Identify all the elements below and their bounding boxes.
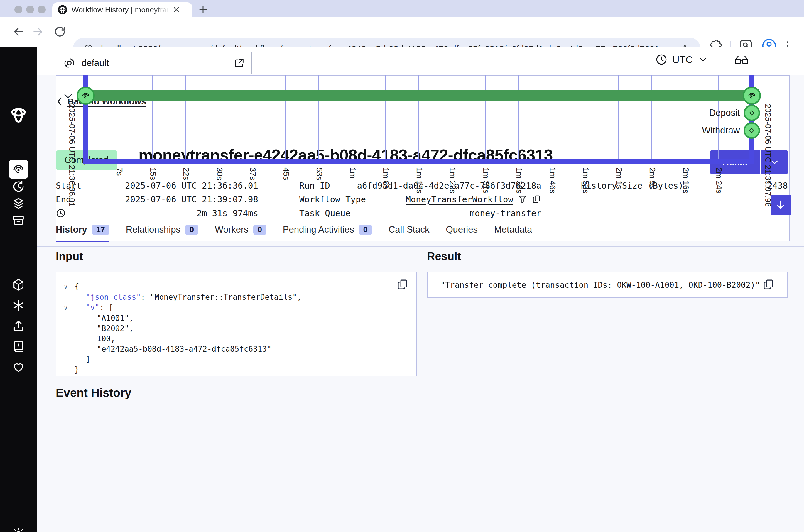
temporal-logo-icon[interactable] <box>9 104 28 123</box>
back-icon[interactable] <box>11 25 25 39</box>
sidebar-item-schedules[interactable] <box>12 180 25 193</box>
sidebar-item-docs[interactable] <box>12 340 25 353</box>
tab-close-icon[interactable] <box>172 6 180 14</box>
meta-label: History Size (Bytes) <box>581 180 684 191</box>
workflow-started-marker[interactable] <box>77 87 95 105</box>
sidebar-item-workflows[interactable] <box>9 159 28 179</box>
sidebar-item-nexus[interactable] <box>12 299 25 312</box>
tab-queries[interactable]: Queries <box>446 224 478 241</box>
namespace-selector[interactable]: default <box>56 52 252 74</box>
tick-label: 1m 46s <box>548 168 557 193</box>
meta-label: Run ID <box>299 180 330 191</box>
activity-marker-withdraw[interactable] <box>744 122 760 139</box>
tick-label: 1m 8s <box>381 168 390 189</box>
favicon-temporal-icon <box>57 5 68 15</box>
window-zoom-button[interactable] <box>38 5 46 14</box>
sidebar-item-archive[interactable] <box>12 213 25 227</box>
gridline <box>618 75 619 159</box>
tick-label: 15s <box>148 168 157 180</box>
sidebar-item-batch-operations[interactable] <box>12 197 25 210</box>
collapse-chevron-icon[interactable]: ∨ <box>64 281 75 292</box>
copy-icon[interactable] <box>532 195 541 204</box>
json-line: "B2002", <box>64 323 409 334</box>
tab-count-badge: 0 <box>359 225 372 235</box>
gridline <box>518 75 519 159</box>
tick-label: 2m 9s <box>648 168 657 189</box>
meta-value-end: 2025-07-06 UTC 21:39:07.98 <box>125 194 258 204</box>
workflow-type-link[interactable]: MoneyTransferWorkflow <box>406 194 513 204</box>
json-line: "json_class": "MoneyTransfer::TransferDe… <box>64 292 409 302</box>
expand-row-chevron-icon[interactable] <box>62 91 74 102</box>
event-history-heading: Event History <box>56 386 131 399</box>
timezone-label: UTC <box>672 54 693 65</box>
tick-label: 1m 31s <box>481 168 490 193</box>
meta-label: Workflow Type <box>299 194 366 204</box>
sidebar-item-import[interactable] <box>12 319 25 332</box>
activity-marker-deposit[interactable] <box>744 105 760 121</box>
tick-label: 1m 23s <box>448 168 457 193</box>
tick-label: 2m 16s <box>681 168 690 193</box>
json-gutter <box>64 354 75 364</box>
main-area: default UTC Back to Workf <box>37 47 804 532</box>
sidebar-item-deployments[interactable] <box>12 278 25 291</box>
theme-toggle-sun-icon[interactable] <box>12 527 25 532</box>
sidebar-item-feedback[interactable] <box>12 360 25 374</box>
json-line: 100, <box>64 334 409 344</box>
top-bar: default UTC <box>37 47 804 75</box>
tab-label: History <box>56 224 87 235</box>
duration-clock-icon <box>56 208 66 218</box>
gridline <box>285 75 286 159</box>
namespace-open-button[interactable] <box>226 53 251 74</box>
collapse-chevron-icon[interactable]: ∨ <box>64 302 75 313</box>
workflow-completed-marker[interactable] <box>743 87 761 105</box>
tab-relationships[interactable]: Relationships0 <box>126 224 198 241</box>
arrow-down-icon <box>775 199 786 210</box>
tick-label: 7s <box>115 168 124 176</box>
forward-icon[interactable] <box>32 25 46 39</box>
gridline <box>318 75 319 159</box>
tab-count-badge: 0 <box>253 225 266 235</box>
workflows-spiral-icon <box>12 163 25 176</box>
tab-count-badge: 17 <box>92 225 109 235</box>
task-queue-link[interactable]: money-transfer <box>470 208 541 218</box>
browser-tab[interactable]: Workflow History | moneytran <box>52 2 192 17</box>
scroll-to-bottom-button[interactable] <box>770 195 790 215</box>
timezone-selector[interactable]: UTC <box>655 53 709 66</box>
tab-title: Workflow History | moneytran <box>72 5 168 14</box>
tab-history[interactable]: History17 <box>56 224 109 242</box>
gridline <box>418 75 419 159</box>
gridline <box>252 75 253 159</box>
gridline <box>185 75 186 159</box>
reload-icon[interactable] <box>53 25 67 39</box>
window-minimize-button[interactable] <box>26 5 34 14</box>
app-root: 2.34.0 default UTC <box>0 47 804 532</box>
input-json: ∨{"json_class": "MoneyTransfer::Transfer… <box>64 281 409 375</box>
activity-row-label: Deposit <box>652 108 740 118</box>
tick-label: 2m 1s <box>614 168 623 189</box>
workflow-span-bar[interactable] <box>86 90 751 101</box>
tab-workers[interactable]: Workers0 <box>215 224 266 241</box>
tab-call-stack[interactable]: Call Stack <box>389 224 430 241</box>
json-line: ∨"v": [ <box>64 302 409 313</box>
labs-glasses-icon[interactable] <box>733 55 750 68</box>
namespace-name: default <box>81 58 226 68</box>
tab-pending-activities[interactable]: Pending Activities0 <box>283 224 372 241</box>
meta-label: Task Queue <box>299 208 351 218</box>
tick-label: 37s <box>248 168 257 180</box>
window-close-button[interactable] <box>14 5 22 14</box>
filter-funnel-icon[interactable] <box>518 195 527 204</box>
tick-label: 1m 15s <box>415 168 424 193</box>
copy-icon[interactable] <box>763 279 774 291</box>
gridline <box>152 75 153 159</box>
copy-icon[interactable] <box>397 279 409 291</box>
json-gutter <box>64 364 75 375</box>
json-gutter <box>64 334 75 344</box>
new-tab-button[interactable] <box>197 4 209 16</box>
result-heading: Result <box>427 250 461 263</box>
json-line: ] <box>64 354 409 364</box>
json-line: "A1001", <box>64 313 409 323</box>
gridline <box>485 75 486 159</box>
gridline <box>585 75 585 159</box>
tab-metadata[interactable]: Metadata <box>494 224 532 241</box>
tab-label: Metadata <box>494 224 532 235</box>
